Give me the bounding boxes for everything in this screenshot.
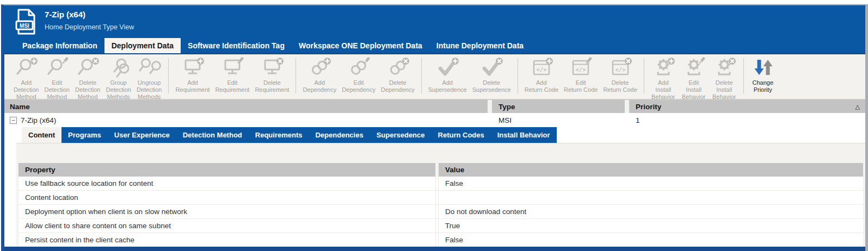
- subtab-dependencies[interactable]: Dependencies: [309, 127, 370, 143]
- title-row: MSI 7-Zip (x64) Home Deployment Type Vie…: [15, 9, 865, 37]
- main-tab-label: Intune Deployment Data: [436, 41, 524, 50]
- toolbar-button-delete-supersedence[interactable]: Delete Supersedence: [470, 57, 514, 93]
- property-table-header[interactable]: Property Value: [19, 163, 863, 177]
- toolbar-button-edit-install-behavior[interactable]: Edit Install Behavior: [679, 57, 709, 100]
- sub-tab-label: Programs: [68, 131, 101, 139]
- window-bottom-border: [4, 247, 865, 251]
- toolbar: Add Detection Method Edit Detection Meth…: [4, 53, 865, 100]
- toolbar-button-ungroup-detection-methods[interactable]: Ungroup Detection Methods: [134, 57, 164, 100]
- subtab-return-codes[interactable]: Return Codes: [432, 127, 491, 143]
- tab-software-identification-tag[interactable]: Software Identification Tag: [181, 38, 292, 53]
- toolbar-group-separator: [168, 58, 169, 93]
- gear-icon: [712, 57, 736, 79]
- toolbar-button-change-priority[interactable]: Change Priority: [748, 57, 778, 93]
- subtab-requirements[interactable]: Requirements: [249, 127, 309, 143]
- property-row[interactable]: Content location: [19, 191, 863, 205]
- magnifier-icon: [76, 57, 100, 79]
- property-row[interactable]: Allow client to share content on same su…: [19, 219, 863, 233]
- toolbar-button-label: Edit Detection Method: [44, 79, 69, 100]
- toolbar-button-label: Delete Requirement: [255, 79, 289, 93]
- chain-icon: [347, 57, 371, 79]
- subtab-programs[interactable]: Programs: [61, 127, 108, 143]
- sub-tab-bar: ContentProgramsUser ExperienceDetection …: [22, 127, 557, 143]
- deployment-priority-cell: 1: [629, 116, 865, 124]
- toolbar-button-label: Delete Install Behavior: [712, 79, 736, 100]
- subtab-user-experience[interactable]: User Experience: [108, 127, 176, 143]
- column-splitter[interactable]: [625, 100, 629, 113]
- magnifier-icon: [45, 57, 69, 79]
- property-row[interactable]: Persist content in the client cache Fals…: [19, 233, 863, 247]
- column-header-property[interactable]: Property: [19, 166, 435, 174]
- msi-icon-label: MSI: [20, 23, 29, 29]
- toolbar-button-label: Change Priority: [752, 79, 773, 93]
- toolbar-group-separator: [296, 58, 296, 93]
- toolbar-button-label: Add Supersedence: [428, 79, 467, 93]
- property-row[interactable]: Use fallback source location for content…: [19, 177, 863, 191]
- toolbar-button-group-detection-methods[interactable]: Group Detection Methods: [103, 57, 133, 100]
- toolbar-button-delete-detection-method[interactable]: Delete Detection Method: [72, 57, 103, 100]
- tab-intune-deployment-data[interactable]: Intune Deployment Data: [429, 38, 531, 53]
- toolbar-button-label: Add Return Code: [525, 79, 558, 93]
- toolbar-button-edit-detection-method[interactable]: Edit Detection Method: [41, 57, 72, 100]
- toolbar-button-delete-return-code[interactable]: </> Delete Return Code: [600, 57, 639, 93]
- property-name-cell: Allow client to share content on same su…: [19, 222, 435, 230]
- sub-tab-label: Supersedence: [377, 131, 425, 139]
- column-header-name[interactable]: Name: [4, 103, 488, 111]
- subtab-content[interactable]: Content: [22, 127, 61, 143]
- property-name-cell: Deployment option when client is on slow…: [19, 208, 435, 216]
- deployment-grid-header[interactable]: Name Type Priority △: [4, 100, 865, 113]
- toolbar-button-add-detection-method[interactable]: Add Detection Method: [11, 57, 41, 100]
- tab-deployment-data[interactable]: Deployment Data: [104, 38, 181, 53]
- property-row[interactable]: Deployment option when client is on slow…: [19, 205, 863, 219]
- toolbar-group-separator: [743, 58, 744, 93]
- subtab-supersedence[interactable]: Supersedence: [370, 127, 432, 143]
- toolbar-button-label: Ungroup Detection Methods: [137, 79, 162, 100]
- toolbar-button-delete-requirement[interactable]: Delete Requirement: [252, 57, 292, 93]
- tab-package-information[interactable]: Package Information: [15, 38, 104, 53]
- toolbar-button-label: Edit Install Behavior: [682, 79, 705, 100]
- subtab-detection-method[interactable]: Detection Method: [176, 127, 249, 143]
- monitor-icon: [181, 57, 205, 79]
- titles: 7-Zip (x64) Home Deployment Type View: [45, 9, 134, 31]
- column-header-value[interactable]: Value: [439, 166, 863, 174]
- column-header-type[interactable]: Type: [492, 103, 625, 111]
- column-splitter[interactable]: [488, 100, 492, 113]
- msi-file-icon: MSI: [15, 9, 37, 35]
- toolbar-group-separator: [518, 58, 518, 93]
- svg-text:</>: </>: [615, 66, 625, 73]
- toolbar-button-edit-dependency[interactable]: Edit Dependency: [339, 57, 378, 93]
- toolbar-button-edit-return-code[interactable]: </> Edit Return Code: [561, 57, 600, 93]
- deployment-type-row[interactable]: − 7-Zip (x64) MSI 1: [4, 113, 865, 127]
- app-window: MSI 7-Zip (x64) Home Deployment Type Vie…: [1, 4, 868, 251]
- gear-icon: [682, 57, 706, 79]
- toolbar-button-add-supersedence[interactable]: Add Supersedence: [426, 57, 470, 93]
- collapse-icon[interactable]: −: [10, 117, 17, 124]
- column-header-priority[interactable]: Priority △: [629, 103, 865, 111]
- toolbar-button-add-dependency[interactable]: Add Dependency: [300, 57, 339, 93]
- main-tab-label: Deployment Data: [112, 41, 174, 50]
- sub-tab-label: Dependencies: [315, 131, 363, 139]
- svg-text:</>: </>: [576, 66, 586, 73]
- toolbar-button-edit-requirement[interactable]: Edit Requirement: [212, 57, 252, 93]
- gear-icon: [651, 57, 675, 79]
- check-icon: [479, 57, 503, 79]
- code-icon: </>: [569, 57, 593, 79]
- property-name-cell: Content location: [19, 193, 435, 202]
- property-value-cell: False: [439, 236, 863, 244]
- deployment-name: 7-Zip (x64): [21, 116, 56, 124]
- toolbar-button-add-install-behavior[interactable]: Add Install Behavior: [648, 57, 679, 100]
- toolbar-button-delete-dependency[interactable]: Delete Dependency: [378, 57, 417, 93]
- code-icon: </>: [530, 57, 553, 79]
- main-tab-label: Workspace ONE Deployment Data: [299, 41, 422, 50]
- toolbar-button-label: Delete Return Code: [603, 79, 637, 93]
- sort-ascending-icon[interactable]: △: [855, 103, 860, 110]
- subtab-install-behavior[interactable]: Install Behavior: [491, 127, 557, 143]
- content-panel: Property Value Use fallback source locat…: [16, 143, 865, 247]
- toolbar-button-delete-install-behavior[interactable]: Delete Install Behavior: [709, 57, 740, 100]
- window-title: 7-Zip (x64): [45, 10, 134, 19]
- tab-workspace-one-deployment-data[interactable]: Workspace ONE Deployment Data: [292, 38, 429, 53]
- magnifier-icon: [14, 57, 38, 79]
- toolbar-button-add-requirement[interactable]: Add Requirement: [173, 57, 212, 93]
- toolbar-button-add-return-code[interactable]: </> Add Return Code: [522, 57, 561, 93]
- toolbar-button-label: Add Requirement: [175, 79, 210, 93]
